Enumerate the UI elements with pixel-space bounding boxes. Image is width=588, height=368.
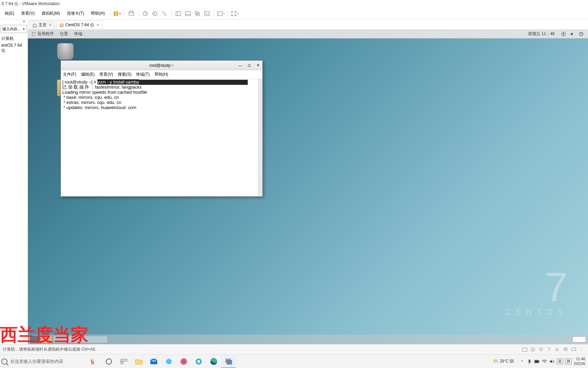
tree-node-computer[interactable]: 计算机 — [1, 35, 26, 42]
power-icon[interactable] — [578, 31, 585, 37]
gnome-clock[interactable]: 星期五 11：46 — [528, 31, 555, 37]
trash-image — [57, 43, 74, 60]
term-menu-view[interactable]: 查看(V) — [99, 72, 113, 77]
tab-close-icon[interactable]: ✕ — [49, 23, 52, 27]
weather-widget[interactable]: 29°C 阴 — [492, 358, 514, 365]
tray-battery-icon[interactable] — [534, 359, 540, 364]
window-minimize-icon[interactable]: — — [237, 62, 243, 68]
vmware-window-title: S 7 64 位 - VMware Workstation — [0, 0, 588, 8]
device-hdd-icon[interactable] — [521, 347, 528, 352]
snapshot-revert-icon[interactable] — [151, 10, 159, 18]
suspend-button[interactable]: ▾ — [113, 10, 121, 18]
snapshot-manager-icon[interactable] — [160, 10, 168, 18]
window-maximize-icon[interactable]: ◻ — [246, 62, 252, 68]
centos-name: CENTOS — [505, 307, 568, 317]
terminal-window[interactable]: root@study:~ — ◻ ✕ 文件(F) 编辑(E) 查看(V) 搜索(… — [61, 60, 263, 197]
fullscreen-icon[interactable]: ▾ — [231, 10, 239, 18]
tray-chevron-icon[interactable]: ^ — [519, 359, 525, 364]
file-explorer-icon[interactable] — [131, 355, 146, 368]
view-exclusive-icon[interactable] — [203, 10, 211, 18]
svg-point-18 — [32, 34, 33, 36]
home-icon — [32, 23, 37, 28]
menu-vm[interactable]: 虚拟机(M) — [38, 9, 63, 18]
tray-mic-icon[interactable] — [527, 359, 532, 364]
menu-help[interactable]: 帮助(H) — [87, 9, 108, 18]
svg-point-19 — [34, 34, 36, 36]
centos-seven: 7 — [505, 266, 568, 307]
view-unity-icon[interactable] — [193, 10, 201, 18]
tab-close-icon[interactable]: ✕ — [96, 23, 99, 27]
term-menu-file[interactable]: 文件(F) — [63, 72, 76, 77]
workspace-switcher[interactable] — [572, 336, 586, 342]
edge-icon[interactable] — [206, 355, 221, 368]
snapshot-take-icon[interactable] — [141, 10, 149, 18]
device-cd-icon[interactable] — [529, 347, 536, 352]
gnome-places-menu[interactable]: 位置 — [60, 31, 68, 37]
device-display-icon[interactable] — [570, 347, 577, 352]
terminal-body[interactable]: [ root@study ~] # yum - y install samba … — [61, 79, 262, 196]
separator — [110, 10, 111, 18]
view-single-icon[interactable] — [174, 10, 182, 18]
menu-view[interactable]: 查看(V) — [18, 9, 38, 18]
send-ctrl-alt-del-icon[interactable] — [127, 10, 135, 18]
tray-wifi-icon[interactable] — [542, 359, 547, 364]
gnome-terminal-menu[interactable]: 终端 — [74, 31, 82, 37]
terminal-scrollbar[interactable] — [258, 79, 262, 196]
mail-icon[interactable] — [146, 355, 161, 368]
guest-desktop[interactable]: 应用程序 位置 终端 星期五 11：46 回 主 — [28, 30, 588, 344]
term-menu-edit[interactable]: 编辑(E) — [81, 72, 95, 77]
sidebar-search-input[interactable]: 键入内容... ▼ — [1, 25, 27, 33]
app2-icon[interactable] — [191, 355, 206, 368]
term-line: * base: mirrors. cqu. edu. cn — [62, 95, 119, 100]
app-icon[interactable] — [161, 355, 176, 368]
term-menu-terminal[interactable]: 终端(T) — [136, 72, 149, 77]
windows-tray: 29°C 阴 ^ 英 拼 11:46 2022/6 — [492, 357, 588, 366]
device-sound-icon[interactable] — [554, 347, 561, 352]
windows-search-input[interactable]: 在这里输入你要搜索的内容 — [1, 356, 86, 367]
svg-point-4 — [162, 12, 164, 14]
places-label: 位置 — [60, 31, 68, 37]
taskbar-widget-icon[interactable]: 🦌 — [86, 355, 101, 368]
view-console-icon[interactable] — [184, 10, 192, 18]
svg-rect-33 — [572, 348, 576, 351]
svg-rect-48 — [529, 359, 530, 362]
tab-home[interactable]: 主页 ✕ — [29, 20, 55, 29]
task-view-icon[interactable] — [116, 355, 131, 368]
term-menu-help[interactable]: 帮助(H) — [154, 72, 168, 77]
message-log-icon[interactable]: ▫ — [578, 347, 585, 352]
vmware-workstation-icon[interactable] — [221, 355, 236, 368]
device-usb-icon[interactable] — [546, 347, 553, 352]
tree-node-vm[interactable]: entOS 7 64 位 — [1, 42, 26, 54]
device-printer-icon[interactable] — [562, 347, 569, 352]
menu-edit[interactable]: 辑(E) — [1, 9, 18, 18]
guest-taskbar — [28, 335, 588, 344]
taskbar-clock[interactable]: 11:46 2022/6 — [574, 357, 585, 366]
svg-point-5 — [164, 14, 166, 16]
ime-lang[interactable]: 英 — [557, 358, 563, 364]
tab-vm-centos[interactable]: CentOS 7 64 位 ✕ — [56, 20, 102, 29]
terminal-titlebar[interactable]: root@study:~ — ◻ ✕ — [61, 61, 262, 70]
dropdown-icon[interactable]: ▼ — [22, 28, 25, 31]
separator — [138, 10, 138, 18]
svg-text:🦌: 🦌 — [89, 358, 96, 365]
firefox-icon[interactable] — [176, 355, 191, 368]
apps-icon — [31, 32, 36, 36]
window-close-icon[interactable]: ✕ — [255, 62, 261, 68]
gnome-top-bar: 应用程序 位置 终端 星期五 11：46 — [28, 30, 588, 39]
separator — [124, 10, 125, 18]
library-tree: 计算机 entOS 7 64 位 — [0, 34, 28, 56]
svg-point-41 — [182, 359, 186, 364]
volume-icon[interactable] — [569, 31, 576, 37]
tray-volume-icon[interactable] — [549, 359, 555, 364]
device-network-icon[interactable] — [538, 347, 544, 352]
sidebar-close-icon[interactable]: ✕ — [0, 19, 28, 24]
term-menu-search[interactable]: 搜索(S) — [118, 72, 131, 77]
accessibility-icon[interactable] — [560, 31, 567, 37]
ime-mode[interactable]: 拼 — [565, 358, 572, 364]
svg-rect-50 — [539, 361, 539, 362]
cortana-icon[interactable] — [101, 355, 116, 368]
menu-tabs[interactable]: 选项卡(T) — [63, 9, 87, 18]
centos-watermark: 7 CENTOS — [505, 266, 568, 317]
gnome-applications-menu[interactable]: 应用程序 — [31, 31, 54, 37]
quick-switch-icon[interactable]: ▾ — [217, 10, 225, 18]
